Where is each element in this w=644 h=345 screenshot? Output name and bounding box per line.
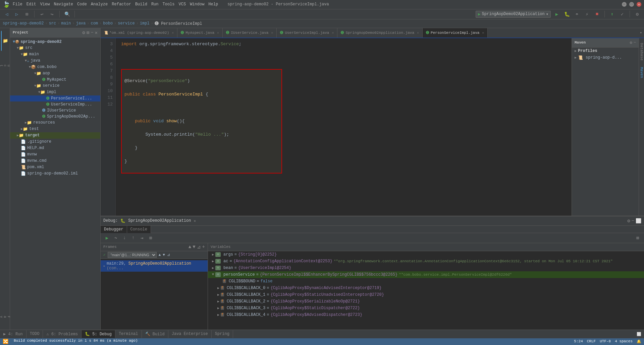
tab-close-icon[interactable]: ✕ <box>417 31 419 35</box>
tree-item-iml[interactable]: 📄 spring-aop-demo02.iml <box>10 170 100 177</box>
debug-expand-icon[interactable]: ⬜ <box>636 218 641 224</box>
tab-close-icon[interactable]: ✕ <box>332 31 334 35</box>
tree-item-service[interactable]: ▼ 📁 service <box>10 83 100 89</box>
menu-refactor[interactable]: Refactor <box>112 2 131 7</box>
position-indicator[interactable]: 5:24 <box>574 339 583 344</box>
tab-close-icon[interactable]: ✕ <box>217 31 219 35</box>
project-view-button[interactable]: 📁 <box>1 31 9 51</box>
tree-item-pomxml[interactable]: 📜 pom.xml <box>10 164 100 170</box>
console-tab[interactable]: Console <box>127 226 151 233</box>
evaluate-button[interactable]: ⊞ <box>147 234 154 242</box>
debug-minimize-icon[interactable]: − <box>632 218 634 224</box>
close-button[interactable]: ✕ <box>637 2 641 7</box>
menu-edit[interactable]: Edit <box>26 2 36 7</box>
frames-down-icon[interactable]: ▼ <box>193 244 195 250</box>
maven-tab-label[interactable]: Maven <box>639 65 644 80</box>
var-cglibcallback1[interactable]: ▶ f CGLIB$CALLBACK_1 = {CglibAopProxy$St… <box>208 291 644 298</box>
frames-filter-icon[interactable]: ⊿ <box>197 244 201 250</box>
maven-project-item[interactable]: ▶ 📜 spring-aop-d... <box>572 54 639 61</box>
var-bean[interactable]: ▶ ≡ bean = {UserServiceImpl@2254} <box>208 265 644 271</box>
expand-icon[interactable]: ▶ <box>217 293 219 297</box>
tab-personserviceimpl[interactable]: 🅒 PersonServiceImpl.java ✕ <box>423 28 488 38</box>
encoding-indicator[interactable]: UTF-8 <box>600 339 611 344</box>
layout-icon[interactable]: ⊞ <box>87 30 89 36</box>
tree-item-target[interactable]: ▶ 📁 target <box>10 132 100 139</box>
tree-item-src[interactable]: ▼ 📁 src <box>10 45 100 51</box>
tree-item-spring-aop[interactable]: ▼ 📦 spring-aop-demo02 <box>10 39 100 45</box>
maven-profiles-item[interactable]: ▶ Profiles <box>572 48 639 54</box>
thread-select[interactable]: "main"@1...: RUNNING <box>108 252 157 258</box>
debugger-tab[interactable]: Debugger <box>101 226 127 233</box>
tab-overflow[interactable]: ▾ <box>638 28 644 38</box>
resume-button[interactable]: ▶ <box>103 234 111 242</box>
tree-item-impl[interactable]: ▼ 📁 impl <box>10 89 100 95</box>
java-enterprise-tab[interactable]: Java Enterprise <box>168 330 212 338</box>
debug-main-tab[interactable]: 🐛 5: Debug <box>82 330 115 338</box>
vcs-commit-button[interactable]: ✓ <box>618 10 626 18</box>
tab-userserviceimpl[interactable]: 🅒 UserServiceImpl.java ✕ <box>277 28 337 38</box>
expand-icon[interactable]: ▶ <box>212 266 214 270</box>
tab-close-icon[interactable]: ✕ <box>172 31 174 35</box>
menu-code[interactable]: Code <box>77 2 87 7</box>
problems-tab[interactable]: ⚠ 6: Problems <box>43 330 82 338</box>
menu-window[interactable]: Window <box>190 2 204 7</box>
tree-item-test[interactable]: ▶ 📁 test <box>10 126 100 132</box>
expand-icon[interactable]: ▶ <box>217 313 219 317</box>
step-out-button[interactable]: ↑ <box>129 234 137 242</box>
run-to-cursor-button[interactable]: ⇥ <box>138 234 146 242</box>
menu-file[interactable]: File <box>13 2 22 7</box>
breadcrumb-bobo[interactable]: bobo <box>103 21 113 26</box>
stop-button[interactable]: ■ <box>593 10 601 18</box>
var-args[interactable]: ▶ ≡ args = {String[0]@2252} <box>208 251 644 258</box>
var-cglibcallback4[interactable]: ▶ f CGLIB$CALLBACK_4 = {CglibAopProxy$Ad… <box>208 312 644 318</box>
search-everywhere-button[interactable]: 🔍 <box>63 10 71 18</box>
menu-analyze[interactable]: Analyze <box>91 2 108 7</box>
tree-item-resources[interactable]: ▶ 📁 resources <box>10 120 100 126</box>
tree-item-gitignore[interactable]: 📄 .gitignore <box>10 139 100 145</box>
tab-close-icon[interactable]: ✕ <box>271 31 273 35</box>
menu-vcs[interactable]: VCS <box>179 2 186 7</box>
breadcrumb-file[interactable]: 🅒 PersonServiceImpl <box>155 21 202 26</box>
breadcrumb-project[interactable]: spring-aop-demo02 <box>3 21 44 26</box>
tree-item-help[interactable]: 📄 HELP.md <box>10 145 100 151</box>
window-controls[interactable]: ─ □ ✕ <box>622 2 641 7</box>
breadcrumb-src[interactable]: src <box>49 21 56 26</box>
breadcrumb-service[interactable]: service <box>118 21 135 26</box>
var-cglibbound[interactable]: f CGLIB$BOUND = false <box>208 278 644 285</box>
expand-icon[interactable]: ▶ <box>217 286 219 290</box>
run-button[interactable]: ▶ <box>553 10 561 18</box>
breadcrumb-impl[interactable]: impl <box>140 21 150 26</box>
var-cglibcallback3[interactable]: ▶ f CGLIB$CALLBACK_3 = {CglibAopProxy$St… <box>208 305 644 312</box>
project-panel-actions[interactable]: ⚙ ⊞ − ✕ <box>82 30 98 36</box>
undo-button[interactable]: ↩ <box>38 10 46 18</box>
frames-add-icon[interactable]: + <box>202 244 205 250</box>
debug-button[interactable]: 🐛 <box>563 10 571 18</box>
tree-item-userserviceimpl[interactable]: 🅒 UserServiceImp... <box>10 101 100 108</box>
tree-item-main[interactable]: ▼ 📁 main <box>10 51 100 58</box>
step-over-button[interactable]: ↷ <box>112 234 119 242</box>
breadcrumb-com[interactable]: com <box>91 21 98 26</box>
coverage-button[interactable]: ☂ <box>573 10 581 18</box>
restore-layout-button[interactable]: ⊠ <box>634 234 641 242</box>
minimize-button[interactable]: ─ <box>622 2 627 7</box>
menu-build[interactable]: Build <box>135 2 147 7</box>
run-config-dropdown[interactable]: ▶ SpringAopDemo02Application ▾ <box>476 11 551 18</box>
maven-settings-icon[interactable]: ⚙ <box>630 40 632 45</box>
menu-view[interactable]: View <box>40 2 50 7</box>
var-cglibcallback2[interactable]: ▶ f CGLIB$CALLBACK_2 = {CglibAopProxy$Se… <box>208 298 644 305</box>
indent-indicator[interactable]: 4 spaces <box>615 339 633 344</box>
tree-item-myaspect[interactable]: 🅒 MyAspect <box>10 77 100 83</box>
tab-omxml[interactable]: 📜 *om.xml (spring-aop-demo02) ✕ <box>101 28 177 38</box>
menu-navigate[interactable]: Navigate <box>54 2 73 7</box>
expand-icon[interactable]: ▶ <box>217 299 219 303</box>
menu-bar[interactable]: File Edit View Navigate Code Analyze Ref… <box>13 2 218 7</box>
thread-down-icon[interactable]: ▼ <box>163 253 165 257</box>
crlf-indicator[interactable]: CRLF <box>587 339 596 344</box>
settings-icon[interactable]: ⚙ <box>82 30 85 36</box>
build-tab[interactable]: 🔨 Build <box>142 330 168 338</box>
menu-help[interactable]: Help <box>208 2 218 7</box>
forward-button[interactable]: ▷ <box>13 10 21 18</box>
expand-icon[interactable]: ▶ <box>217 306 219 310</box>
database-tab-label[interactable]: Database <box>639 41 644 63</box>
tree-item-springaop-app[interactable]: 🅒 SpringAopDemo02Ap... <box>10 114 100 120</box>
